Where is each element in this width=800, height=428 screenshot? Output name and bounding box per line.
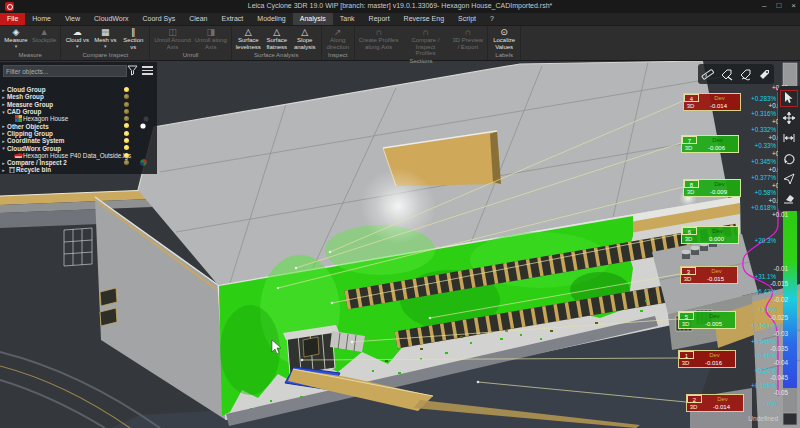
tree-item-cloud-group[interactable]: ▸Cloud Group <box>0 86 157 93</box>
ribbon-group-title: Inspect <box>322 51 354 60</box>
mesh-vs-button[interactable]: ▦Mesh vs▾ <box>91 27 119 51</box>
measure-icon: ◈ <box>13 27 20 37</box>
visibility-bulb-icon[interactable] <box>124 145 129 150</box>
chevron-collapsed-icon[interactable]: ▸ <box>0 87 7 93</box>
visibility-bulb-icon[interactable] <box>124 123 129 128</box>
maximize-button[interactable]: □ <box>776 1 781 10</box>
visibility-bulb-icon[interactable] <box>124 94 129 99</box>
orbit-rotate-icon[interactable] <box>781 151 797 166</box>
section-vs-icon: ∥ <box>131 27 136 37</box>
minimize-button[interactable]: – <box>762 1 766 10</box>
chevron-expanded-icon[interactable]: ▾ <box>0 109 7 115</box>
tree-item-other-objects[interactable]: ▸Other Objects <box>0 122 157 129</box>
deviation-label-5[interactable]: 5Dev3D-0.005 <box>678 311 736 329</box>
fly-through-icon[interactable] <box>781 171 797 186</box>
visibility-bulb-icon[interactable] <box>124 116 129 121</box>
tree-item-hexagon-house-p40-data-outside[interactable]: Hexagon House P40 Data_Outside.lgs <box>0 152 157 159</box>
label-dim-caption: 3D <box>687 403 700 411</box>
scale-percentage: +0% <box>763 400 776 407</box>
visibility-bulb-icon[interactable] <box>124 87 129 92</box>
deviation-label-6[interactable]: 6Dev3D0.000 <box>681 226 739 244</box>
menu-item-clean[interactable]: Clean <box>182 13 214 25</box>
scale-percentage: +0.377% <box>751 174 776 181</box>
menu-item-view[interactable]: View <box>58 13 87 25</box>
localize-button[interactable]: ⊙Localize Values <box>490 27 518 51</box>
tree-item-label: Recycle bin <box>16 166 51 173</box>
tree-item-hexagon-house[interactable]: Hexagon House <box>0 115 157 122</box>
tree-item-cloudworx-group[interactable]: ▾CloudWorx Group <box>0 144 157 151</box>
measure-button[interactable]: ◈Measure▾ <box>2 27 30 51</box>
deviation-label-3[interactable]: 3Dev3D-0.015 <box>680 266 738 284</box>
ribbon-button-label: Slope analysis <box>294 37 316 50</box>
menu-item-script[interactable]: Script <box>451 13 483 25</box>
deviation-label-8[interactable]: 8Dev3D-0.009 <box>683 179 741 197</box>
chevron-collapsed-icon[interactable]: ▸ <box>0 94 7 100</box>
deviation-label-4[interactable]: 4Dev3D-0.014 <box>683 93 741 111</box>
panel-menu-icon[interactable] <box>142 66 153 75</box>
label-dim-caption: 3D <box>679 320 692 328</box>
profiles-axis-button: ∩Create Profiles along Axis <box>357 27 401 57</box>
tree-item-compare-inspect-2[interactable]: ▸Compare / Inspect 2 <box>0 159 157 166</box>
menu-item-report[interactable]: Report <box>362 13 397 25</box>
tree-item-recycle-bin[interactable]: ▸Recycle bin <box>0 166 157 173</box>
pan-move-icon[interactable] <box>781 111 797 126</box>
visibility-bulb-icon[interactable] <box>124 153 129 158</box>
edit-label-icon[interactable] <box>720 68 733 81</box>
fit-width-icon[interactable] <box>781 131 797 146</box>
menu-item-file[interactable]: File <box>0 13 25 25</box>
label-curve-icon[interactable] <box>739 68 752 81</box>
visibility-bulb-icon[interactable] <box>124 131 129 136</box>
scale-value: -0.045 <box>770 374 788 381</box>
chevron-collapsed-icon[interactable]: ▸ <box>0 130 7 136</box>
deviation-label-1[interactable]: 1Dev3D-0.016 <box>678 350 736 368</box>
menu-item-tank[interactable]: Tank <box>333 13 362 25</box>
menu-item-reverse-eng[interactable]: Reverse Eng <box>397 13 451 25</box>
menu-item-home[interactable]: Home <box>25 13 58 25</box>
menu-item-analysis[interactable]: Analysis <box>293 13 333 25</box>
select-cursor-icon[interactable] <box>781 91 797 106</box>
clean-eraser-icon[interactable] <box>781 191 797 206</box>
filter-objects-input[interactable] <box>3 65 127 77</box>
chevron-collapsed-icon[interactable]: ▸ <box>0 123 7 129</box>
ribbon-group-compare-inspect: ☁Cloud vs▾▦Mesh vs▾∥Section vsCompare In… <box>61 26 150 60</box>
measure-ruler-icon[interactable] <box>701 68 714 81</box>
menu-item-extract[interactable]: Extract <box>215 13 251 25</box>
scale-percentage: +20.3% <box>754 237 776 244</box>
visibility-bulb-icon[interactable] <box>124 109 129 114</box>
deviation-label-2[interactable]: 2Dev3D-0.014 <box>686 394 744 412</box>
stockpile-button: ▲Stockpile <box>30 27 58 51</box>
ribbon-group-measure: ◈Measure▾▲StockpileMeasure <box>0 26 61 60</box>
tag-icon[interactable] <box>758 68 771 81</box>
slope-button[interactable]: △Slope analysis <box>291 27 319 51</box>
filter-icon[interactable] <box>127 65 138 76</box>
visibility-bulb-icon[interactable] <box>124 102 129 107</box>
tree-item-clipping-group[interactable]: ▸Clipping Group <box>0 130 157 137</box>
levelness-button[interactable]: △Surface levelness <box>234 27 263 51</box>
ribbon-button-label: Create Profiles along Axis <box>359 37 399 50</box>
levelness-icon: △ <box>245 27 252 37</box>
title-bar: Leica Cyclone 3DR 19.0 WIP [branch: mast… <box>0 0 800 13</box>
close-button[interactable]: × <box>791 1 796 10</box>
visibility-bulb-icon[interactable] <box>124 160 129 165</box>
chevron-expanded-icon[interactable]: ▾ <box>0 145 7 151</box>
menu-item-coord-sys[interactable]: Coord Sys <box>136 13 183 25</box>
visibility-bulb-icon[interactable] <box>124 138 129 143</box>
menu-item--[interactable]: ? <box>483 13 501 25</box>
chevron-collapsed-icon[interactable]: ▸ <box>0 101 7 107</box>
flatness-button[interactable]: △Surface flatness <box>263 27 291 51</box>
tree-item-measure-group[interactable]: ▸Measure Group <box>0 101 157 108</box>
tree-item-cad-group[interactable]: ▾CAD Group <box>0 108 157 115</box>
menu-item-cloudworx[interactable]: CloudWorx <box>87 13 136 25</box>
chevron-collapsed-icon[interactable]: ▸ <box>0 138 7 144</box>
tree-item-coordinate-system[interactable]: ▸Coordinate System <box>0 137 157 144</box>
menu-item-modeling[interactable]: Modeling <box>250 13 292 25</box>
chevron-collapsed-icon[interactable]: ▸ <box>0 160 7 166</box>
tree-item-mesh-group[interactable]: ▸Mesh Group <box>0 93 157 100</box>
label-dev-value: -0.006 <box>695 144 738 152</box>
chevron-collapsed-icon[interactable]: ▸ <box>0 167 7 173</box>
cloud-vs-button[interactable]: ☁Cloud vs▾ <box>63 27 91 51</box>
scale-percentage: +0.618% <box>751 204 776 211</box>
deviation-label-7[interactable]: 7Dev3D-0.006 <box>681 135 739 153</box>
scale-percentage: +0.24% <box>754 367 776 374</box>
section-vs-button[interactable]: ∥Section vs <box>119 27 147 51</box>
